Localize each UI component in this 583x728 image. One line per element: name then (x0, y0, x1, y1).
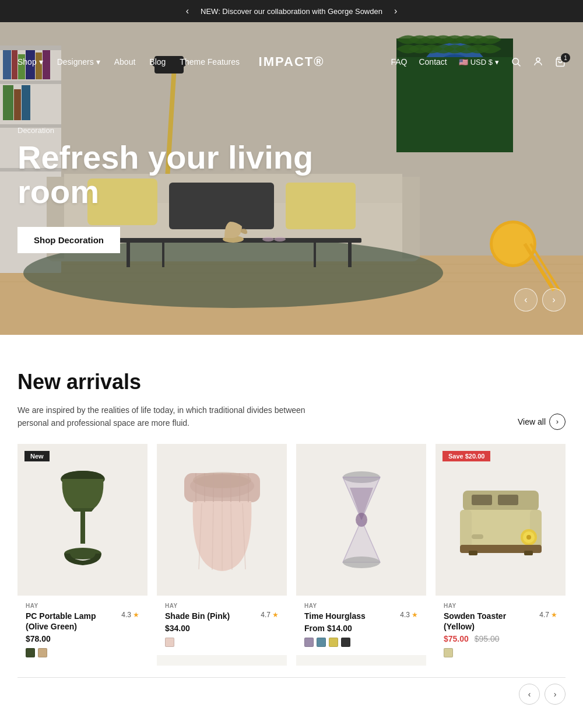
product-swatches (165, 638, 279, 647)
hero-prev-btn[interactable]: ‹ (514, 288, 538, 312)
product-swatches (444, 648, 557, 657)
hero-cta-button[interactable]: Shop Decoration (17, 227, 120, 253)
product-image (335, 470, 388, 569)
announcement-next-btn[interactable]: › (392, 6, 399, 16)
product-brand: HAY (444, 603, 557, 609)
star-icon: ★ (551, 611, 557, 619)
nav-shop[interactable]: Shop ▾ (17, 57, 43, 66)
product-brand: HAY (304, 603, 418, 609)
svg-point-72 (343, 556, 380, 568)
svg-rect-75 (498, 495, 518, 505)
nav-about[interactable]: About (114, 57, 136, 66)
color-swatch[interactable] (341, 638, 350, 647)
hero-section: Shop ▾ Designers ▾ About Blog Theme Feat… (0, 22, 583, 335)
account-button[interactable] (533, 57, 543, 67)
cart-count-badge: 1 (561, 53, 570, 62)
product-image-wrap (296, 444, 426, 596)
product-rating: 4.7 ★ (261, 611, 279, 619)
hero-next-btn[interactable]: › (542, 288, 566, 312)
products-next-btn[interactable]: › (545, 684, 566, 705)
svg-rect-18 (22, 85, 30, 120)
announcement-text: NEW: Discover our collaboration with Geo… (201, 7, 382, 16)
star-icon: ★ (412, 611, 418, 619)
announcement-bar: ‹ NEW: Discover our collaboration with G… (0, 0, 583, 22)
product-image-wrap: Save $20.00 (436, 444, 566, 596)
product-price: From $14.00 (304, 624, 418, 633)
svg-rect-17 (14, 89, 21, 120)
header-nav-left: Shop ▾ Designers ▾ About Blog Theme Feat… (17, 57, 240, 66)
product-name-rating: Time Hourglass 4.3 ★ (304, 611, 418, 621)
product-info: HAY PC Portable Lamp (Olive Green) 4.3 ★… (17, 596, 147, 666)
product-card[interactable]: New HAY PC Portable (17, 444, 147, 666)
hero-tag: Decoration (17, 126, 313, 135)
nav-blog[interactable]: Blog (149, 57, 166, 66)
product-card[interactable]: HAY Shade Bin (Pink) 4.7 ★ $34.00 (157, 444, 287, 666)
star-icon: ★ (272, 611, 279, 619)
new-arrivals-section: New arrivals We are inspired by the real… (0, 335, 583, 728)
product-price: $78.00 (26, 634, 139, 643)
color-swatch[interactable] (317, 638, 326, 647)
product-card[interactable]: HAY Time Hourglass 4.3 ★ From $14.00 (296, 444, 426, 666)
svg-rect-84 (469, 551, 477, 555)
svg-point-47 (512, 58, 519, 65)
view-all-arrow-icon: › (549, 414, 566, 430)
nav-designers[interactable]: Designers ▾ (57, 57, 100, 66)
svg-line-48 (518, 64, 520, 66)
product-badge-save: Save $20.00 (442, 451, 490, 461)
color-swatch[interactable] (26, 648, 35, 657)
nav-theme-features[interactable]: Theme Features (180, 57, 240, 66)
header-logo-wrap: IMPACT® (259, 54, 325, 69)
color-swatch[interactable] (165, 638, 174, 647)
header-nav-right: FAQ Contact 🇺🇸 USD $ ▾ 1 (391, 57, 566, 67)
product-info: HAY Time Hourglass 4.3 ★ From $14.00 (296, 596, 426, 655)
new-arrivals-title: New arrivals (17, 370, 566, 394)
product-name: Shade Bin (Pink) (165, 611, 230, 621)
product-info: HAY Shade Bin (Pink) 4.7 ★ $34.00 (157, 596, 287, 655)
svg-rect-16 (3, 85, 13, 120)
currency-selector[interactable]: 🇺🇸 USD $ ▾ (459, 58, 499, 66)
view-all-link[interactable]: View all › (518, 414, 566, 430)
product-name-rating: Shade Bin (Pink) 4.7 ★ (165, 611, 279, 621)
hero-content: Decoration Refresh your livingroom Shop … (17, 126, 313, 253)
color-swatch[interactable] (304, 638, 314, 647)
new-arrivals-desc: We are inspired by the realities of life… (17, 404, 309, 430)
product-brand: HAY (26, 603, 139, 609)
search-button[interactable] (511, 57, 521, 67)
nav-contact[interactable]: Contact (419, 57, 447, 66)
product-name: Time Hourglass (304, 611, 366, 621)
svg-rect-85 (524, 551, 533, 555)
product-swatches (26, 648, 139, 657)
products-nav: ‹ › (17, 677, 566, 710)
product-card[interactable]: Save $20.00 (436, 444, 566, 666)
color-swatch[interactable] (329, 638, 338, 647)
new-arrivals-header: New arrivals We are inspired by the real… (17, 370, 566, 430)
product-brand: HAY (165, 603, 279, 609)
product-image (454, 482, 547, 558)
product-name-rating: PC Portable Lamp (Olive Green) 4.3 ★ (26, 611, 139, 632)
site-logo[interactable]: IMPACT® (259, 54, 325, 69)
color-swatch[interactable] (38, 648, 47, 657)
svg-rect-82 (472, 534, 483, 539)
product-name-rating: Sowden Toaster (Yellow) 4.7 ★ (444, 611, 557, 632)
star-icon: ★ (133, 611, 139, 619)
products-grid: New HAY PC Portable (17, 444, 566, 666)
product-price: $34.00 (165, 624, 279, 633)
product-rating: 4.3 ★ (400, 611, 418, 619)
announcement-prev-btn[interactable]: ‹ (184, 6, 191, 16)
svg-point-49 (536, 58, 540, 61)
product-price: $75.00 $95.00 (444, 634, 557, 643)
color-swatch[interactable] (444, 648, 453, 657)
products-prev-btn[interactable]: ‹ (519, 684, 540, 705)
product-image (54, 467, 112, 572)
product-rating: 4.7 ★ (539, 611, 557, 619)
svg-point-81 (526, 535, 531, 540)
hero-nav: ‹ › (514, 288, 566, 312)
product-badge-new: New (24, 451, 50, 461)
product-name: Sowden Toaster (Yellow) (444, 611, 535, 632)
svg-point-41 (493, 223, 533, 264)
product-rating: 4.3 ★ (121, 611, 139, 619)
svg-rect-53 (80, 512, 85, 544)
cart-button[interactable]: 1 (555, 57, 566, 67)
nav-faq[interactable]: FAQ (391, 57, 407, 66)
product-image-wrap: New (17, 444, 147, 596)
